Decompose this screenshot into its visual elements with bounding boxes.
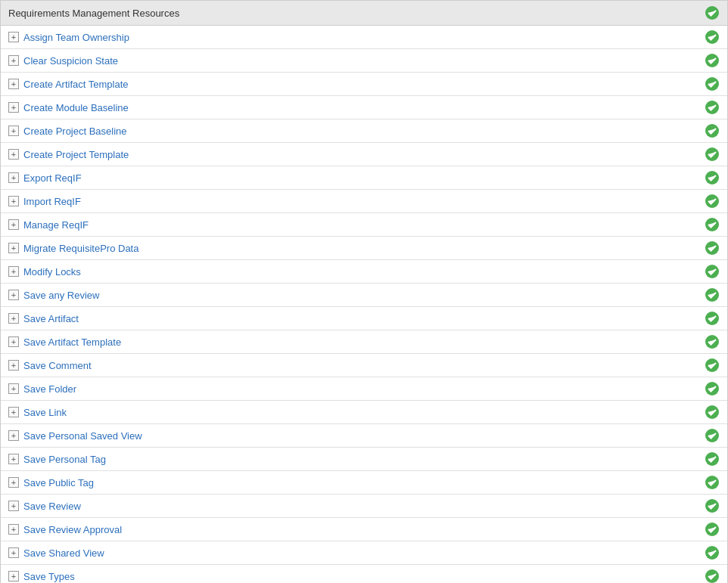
expand-icon-3[interactable]: + [8, 79, 19, 89]
row-left-19: +Save Personal Tag [8, 454, 106, 465]
row-label-16[interactable]: Save Folder [23, 383, 76, 395]
row-left-1: +Assign Team Ownership [8, 32, 129, 43]
row-label-21[interactable]: Save Review [23, 501, 81, 512]
table-row: +Save Artifact [1, 307, 727, 330]
row-left-16: +Save Folder [8, 383, 76, 395]
expand-icon-2[interactable]: + [8, 55, 19, 66]
expand-icon-18[interactable]: + [8, 430, 19, 441]
expand-icon-5[interactable]: + [8, 126, 19, 136]
check-icon-15[interactable] [705, 358, 720, 373]
expand-icon-11[interactable]: + [8, 266, 19, 277]
expand-icon-16[interactable]: + [8, 383, 19, 394]
check-icon-7[interactable] [705, 170, 720, 185]
check-icon-13[interactable] [705, 311, 720, 326]
expand-icon-6[interactable]: + [8, 149, 19, 160]
check-icon-6[interactable] [705, 147, 720, 162]
expand-icon-19[interactable]: + [8, 454, 19, 464]
row-label-22[interactable]: Save Review Approval [23, 524, 122, 535]
table-row: +Save Types [1, 565, 727, 583]
row-label-1[interactable]: Assign Team Ownership [23, 32, 129, 43]
check-icon-5[interactable] [705, 123, 720, 138]
expand-icon-4[interactable]: + [8, 102, 19, 113]
row-label-20[interactable]: Save Public Tag [23, 477, 94, 488]
check-icon-2[interactable] [705, 53, 720, 68]
row-left-10: +Migrate RequisitePro Data [8, 243, 138, 254]
check-icon-23[interactable] [705, 545, 720, 560]
row-label-6[interactable]: Create Project Template [23, 149, 129, 160]
check-icon-8[interactable] [705, 194, 720, 209]
row-label-14[interactable]: Save Artifact Template [23, 336, 121, 348]
table-row: +Save Artifact Template [1, 330, 727, 354]
row-left-22: +Save Review Approval [8, 524, 122, 535]
row-label-8[interactable]: Import ReqIF [23, 196, 81, 207]
table-row: +Create Module Baseline [1, 96, 727, 119]
row-label-10[interactable]: Migrate RequisitePro Data [23, 243, 138, 254]
check-icon-21[interactable] [705, 498, 720, 513]
row-label-3[interactable]: Create Artifact Template [23, 79, 129, 90]
row-label-11[interactable]: Modify Locks [23, 266, 81, 278]
expand-icon-21[interactable]: + [8, 501, 19, 511]
row-label-19[interactable]: Save Personal Tag [23, 454, 106, 465]
check-icon-12[interactable] [705, 287, 720, 302]
row-left-3: +Create Artifact Template [8, 79, 129, 90]
check-icon-24[interactable] [705, 569, 720, 583]
check-icon-17[interactable] [705, 405, 720, 420]
row-left-2: +Clear Suspicion State [8, 55, 118, 67]
check-icon-14[interactable] [705, 334, 720, 349]
check-icon-3[interactable] [705, 76, 720, 91]
check-icon-1[interactable] [705, 29, 720, 45]
expand-icon-10[interactable]: + [8, 243, 19, 253]
row-label-12[interactable]: Save any Review [23, 290, 99, 301]
expand-icon-9[interactable]: + [8, 219, 19, 230]
row-left-11: +Modify Locks [8, 266, 81, 278]
row-label-4[interactable]: Create Module Baseline [23, 102, 129, 113]
expand-icon-7[interactable]: + [8, 172, 19, 183]
check-icon-4[interactable] [705, 100, 720, 115]
table-row: +Save Public Tag [1, 471, 727, 495]
row-left-6: +Create Project Template [8, 149, 129, 160]
row-label-13[interactable]: Save Artifact [23, 313, 79, 324]
row-label-24[interactable]: Save Types [23, 571, 75, 582]
rows-container: +Assign Team Ownership+Clear Suspicion S… [1, 26, 727, 583]
row-label-9[interactable]: Manage ReqIF [23, 219, 89, 231]
row-left-9: +Manage ReqIF [8, 219, 89, 231]
row-label-17[interactable]: Save Link [23, 407, 67, 418]
check-icon-18[interactable] [705, 428, 720, 443]
table-row: +Migrate RequisitePro Data [1, 237, 727, 260]
expand-icon-13[interactable]: + [8, 313, 19, 324]
check-icon-9[interactable] [705, 217, 720, 232]
table-row: +Create Project Baseline [1, 119, 727, 143]
row-label-15[interactable]: Save Comment [23, 360, 92, 371]
table-row: +Assign Team Ownership [1, 26, 727, 49]
table-row: +Clear Suspicion State [1, 49, 727, 73]
expand-icon-22[interactable]: + [8, 524, 19, 535]
check-icon-11[interactable] [705, 264, 720, 279]
row-left-4: +Create Module Baseline [8, 102, 129, 113]
row-label-18[interactable]: Save Personal Saved View [23, 430, 142, 442]
check-icon-20[interactable] [705, 475, 720, 490]
expand-icon-24[interactable]: + [8, 571, 19, 581]
table-row: +Save Personal Tag [1, 448, 727, 471]
expand-icon-15[interactable]: + [8, 360, 19, 371]
check-icon-10[interactable] [705, 240, 720, 256]
row-left-23: +Save Shared View [8, 547, 104, 559]
expand-icon-12[interactable]: + [8, 290, 19, 300]
row-left-8: +Import ReqIF [8, 196, 81, 207]
expand-icon-8[interactable]: + [8, 196, 19, 206]
check-icon-22[interactable] [705, 522, 720, 537]
table-row: +Create Project Template [1, 143, 727, 166]
check-icon-16[interactable] [705, 381, 720, 396]
row-label-7[interactable]: Export ReqIF [23, 172, 82, 184]
expand-icon-17[interactable]: + [8, 407, 19, 417]
row-label-5[interactable]: Create Project Baseline [23, 126, 127, 137]
row-left-5: +Create Project Baseline [8, 126, 127, 137]
permissions-table: Requirements Management Resources +Assig… [0, 0, 728, 583]
expand-icon-14[interactable]: + [8, 336, 19, 347]
row-left-7: +Export ReqIF [8, 172, 82, 184]
expand-icon-20[interactable]: + [8, 477, 19, 488]
expand-icon-1[interactable]: + [8, 32, 19, 42]
check-icon-19[interactable] [705, 451, 720, 467]
row-label-23[interactable]: Save Shared View [23, 547, 104, 559]
row-label-2[interactable]: Clear Suspicion State [23, 55, 118, 67]
expand-icon-23[interactable]: + [8, 547, 19, 558]
